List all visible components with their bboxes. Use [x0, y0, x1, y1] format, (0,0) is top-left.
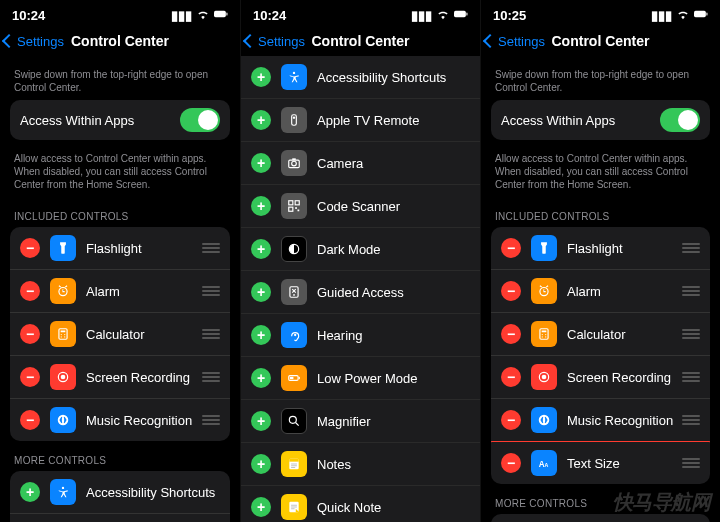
flashlight-icon [50, 235, 76, 261]
access-within-apps-row: Access Within Apps [491, 100, 710, 140]
status-icons: ▮▮▮ [411, 7, 468, 24]
back-label: Settings [258, 34, 305, 49]
add-button[interactable]: + [251, 454, 271, 474]
notes-icon [281, 451, 307, 477]
record-icon [50, 364, 76, 390]
remove-button[interactable]: − [501, 281, 521, 301]
remove-button[interactable]: − [20, 324, 40, 344]
svg-point-11 [58, 415, 69, 426]
control-row[interactable]: −Alarm [10, 269, 230, 312]
reorder-handle[interactable] [202, 243, 220, 253]
control-label: Apple TV Remote [317, 113, 470, 128]
add-button[interactable]: + [251, 411, 271, 431]
reorder-handle[interactable] [202, 415, 220, 425]
access-within-apps-row: Access Within Apps [10, 100, 230, 140]
add-button[interactable]: + [20, 482, 40, 502]
control-row[interactable]: +Low Power Mode [241, 356, 480, 399]
svg-point-63 [545, 334, 546, 335]
control-row[interactable]: +Magnifier [241, 399, 480, 442]
control-row[interactable]: +Apple TV Remote [10, 513, 230, 522]
svg-point-41 [293, 294, 295, 296]
more-title: More Controls [10, 441, 230, 471]
add-button[interactable]: + [251, 67, 271, 87]
reorder-handle[interactable] [202, 372, 220, 382]
reorder-handle[interactable] [682, 415, 700, 425]
control-row[interactable]: +Accessibility Shortcuts [10, 471, 230, 513]
remove-button[interactable]: − [501, 367, 521, 387]
control-row[interactable]: +Accessibility Shortcuts [241, 56, 480, 98]
control-label: Magnifier [317, 414, 470, 429]
control-label: Code Scanner [317, 199, 470, 214]
swipe-hint: Swipe down from the top-right edge to op… [491, 56, 710, 100]
page-title: Control Center [71, 33, 169, 49]
remove-button[interactable]: − [20, 281, 40, 301]
reorder-handle[interactable] [202, 329, 220, 339]
content-scroll[interactable]: Swipe down from the top-right edge to op… [0, 56, 240, 522]
control-row[interactable]: −Music Recognition [10, 398, 230, 441]
status-time: 10:24 [253, 8, 286, 23]
control-label: Text Size [567, 456, 682, 471]
control-row[interactable]: +Guided Access [241, 270, 480, 313]
control-row[interactable]: +Accessibility Shortcuts [491, 514, 710, 522]
add-button[interactable]: + [251, 368, 271, 388]
access-toggle[interactable] [660, 108, 700, 132]
control-row[interactable]: +Quick Note [241, 485, 480, 522]
status-time: 10:25 [493, 8, 526, 23]
control-row[interactable]: −Flashlight [10, 227, 230, 269]
remove-button[interactable]: − [20, 410, 40, 430]
svg-rect-1 [226, 12, 227, 15]
accessibility-icon [50, 479, 76, 505]
add-button[interactable]: + [251, 239, 271, 259]
nav-bar: Settings Control Center [481, 26, 720, 56]
control-row[interactable]: −Calculator [10, 312, 230, 355]
control-row[interactable]: +Notes [241, 442, 480, 485]
reorder-handle[interactable] [682, 243, 700, 253]
quicknote-icon [281, 494, 307, 520]
control-row[interactable]: +Apple TV Remote [241, 98, 480, 141]
signal-icon: ▮▮▮ [411, 8, 432, 23]
phone-screen-3: 10:25 ▮▮▮ Settings Control Center Swipe … [480, 0, 720, 522]
reorder-handle[interactable] [682, 329, 700, 339]
back-button[interactable]: Settings [4, 26, 64, 56]
reorder-handle[interactable] [682, 372, 700, 382]
add-button[interactable]: + [251, 497, 271, 517]
remove-button[interactable]: − [501, 238, 521, 258]
control-row[interactable]: −AAText Size [491, 441, 710, 484]
remove-button[interactable]: − [20, 367, 40, 387]
remove-button[interactable]: − [501, 324, 521, 344]
control-row[interactable]: +Code Scanner [241, 184, 480, 227]
remove-button[interactable]: − [20, 238, 40, 258]
add-button[interactable]: + [251, 196, 271, 216]
content-scroll[interactable]: Swipe down from the top-right edge to op… [481, 56, 720, 522]
reorder-handle[interactable] [682, 458, 700, 468]
reorder-handle[interactable] [682, 286, 700, 296]
svg-rect-38 [298, 210, 300, 212]
more-list: +Accessibility Shortcuts+Apple TV Remote… [491, 514, 710, 522]
add-button[interactable]: + [251, 153, 271, 173]
svg-rect-36 [289, 207, 293, 211]
content-scroll[interactable]: +Accessibility Shortcuts+Apple TV Remote… [241, 56, 480, 522]
back-button[interactable]: Settings [245, 26, 305, 56]
control-row[interactable]: −Music Recognition [491, 398, 710, 441]
back-button[interactable]: Settings [485, 26, 545, 56]
svg-point-65 [545, 336, 546, 337]
reorder-handle[interactable] [202, 286, 220, 296]
add-button[interactable]: + [251, 282, 271, 302]
chevron-left-icon [483, 34, 497, 48]
control-row[interactable]: +Camera [241, 141, 480, 184]
access-card: Access Within Apps [10, 100, 230, 140]
remove-button[interactable]: − [501, 410, 521, 430]
nav-bar: Settings Control Center [0, 26, 240, 56]
add-button[interactable]: + [251, 325, 271, 345]
control-row[interactable]: +Hearing [241, 313, 480, 356]
remove-button[interactable]: − [501, 453, 521, 473]
control-label: Flashlight [567, 241, 682, 256]
add-button[interactable]: + [251, 110, 271, 130]
control-row[interactable]: −Flashlight [491, 227, 710, 269]
control-row[interactable]: −Alarm [491, 269, 710, 312]
control-row[interactable]: −Screen Recording [491, 355, 710, 398]
control-row[interactable]: +Dark Mode [241, 227, 480, 270]
control-row[interactable]: −Calculator [491, 312, 710, 355]
control-row[interactable]: −Screen Recording [10, 355, 230, 398]
access-toggle[interactable] [180, 108, 220, 132]
